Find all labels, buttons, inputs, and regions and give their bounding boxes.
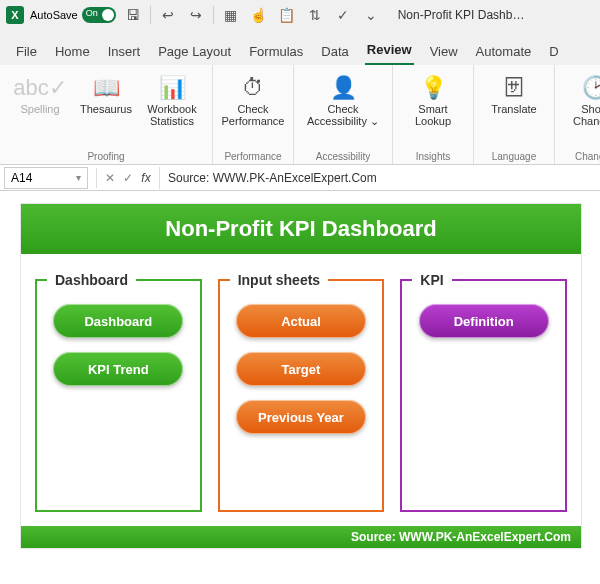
excel-logo-icon: X — [6, 6, 24, 24]
nav-kpi-trend-button[interactable]: KPI Trend — [53, 352, 183, 386]
tab-review[interactable]: Review — [365, 38, 414, 65]
paste-icon[interactable]: 📋 — [276, 4, 298, 26]
translate-icon: 🈂 — [503, 73, 525, 103]
formula-content[interactable]: Source: WWW.PK-AnExcelExpert.Com — [159, 167, 600, 189]
tab-automate[interactable]: Automate — [474, 40, 534, 65]
group-name-insights: Insights — [403, 149, 463, 162]
tab-data[interactable]: Data — [319, 40, 350, 65]
check-accessibility-button[interactable]: 👤 Check Accessibility ⌄ — [304, 71, 382, 127]
abc-icon: abc✓ — [13, 73, 66, 103]
group-proofing: abc✓ Spelling 📖 Thesaurus 📊 Workbook Sta… — [0, 65, 213, 164]
tab-formulas[interactable]: Formulas — [247, 40, 305, 65]
thesaurus-button[interactable]: 📖 Thesaurus — [76, 71, 136, 115]
autosave-toggle[interactable]: AutoSave On — [30, 7, 116, 23]
card-legend: KPI — [412, 272, 451, 288]
tab-file[interactable]: File — [14, 40, 39, 65]
group-name-accessibility: Accessibility — [304, 149, 382, 162]
workbook-statistics-button[interactable]: 📊 Workbook Statistics — [142, 71, 202, 127]
group-accessibility: 👤 Check Accessibility ⌄ Accessibility — [294, 65, 393, 164]
nav-target-button[interactable]: Target — [236, 352, 366, 386]
tab-page-layout[interactable]: Page Layout — [156, 40, 233, 65]
group-performance: ⏱ Check Performance Performance — [213, 65, 294, 164]
cancel-icon[interactable]: ✕ — [101, 171, 119, 185]
autosave-label: AutoSave — [30, 9, 78, 21]
ribbon-tabs: File Home Insert Page Layout Formulas Da… — [0, 30, 600, 65]
spelling-button: abc✓ Spelling — [10, 71, 70, 115]
nav-definition-button[interactable]: Definition — [419, 304, 549, 338]
title-bar: X AutoSave On 🖫 ↩ ↪ ▦ ☝ 📋 ⇅ ✓ ⌄ Non-Prof… — [0, 0, 600, 30]
worksheet-area[interactable]: Non-Profit KPI Dashboard Dashboard Dashb… — [0, 191, 600, 584]
nav-previous-year-button[interactable]: Previous Year — [236, 400, 366, 434]
qat-separator — [150, 6, 151, 24]
card-dashboard: Dashboard Dashboard KPI Trend — [35, 272, 202, 512]
undo-icon[interactable]: ↩ — [157, 4, 179, 26]
dashboard-title: Non-Profit KPI Dashboard — [21, 204, 581, 254]
tab-truncated[interactable]: D — [547, 40, 560, 65]
tab-view[interactable]: View — [428, 40, 460, 65]
toggle-on-icon: On — [82, 7, 116, 23]
nav-dashboard-button[interactable]: Dashboard — [53, 304, 183, 338]
touch-mode-icon[interactable]: ☝ — [248, 4, 270, 26]
smart-lookup-button[interactable]: 💡 Smart Lookup — [403, 71, 463, 127]
translate-button[interactable]: 🈂 Translate — [484, 71, 544, 115]
person-icon: 👤 — [330, 73, 357, 103]
show-changes-button[interactable]: 🕑 Show Changes — [565, 71, 600, 127]
stats-icon: 📊 — [159, 73, 186, 103]
name-box[interactable]: A14 ▾ — [4, 167, 88, 189]
spellcheck-icon[interactable]: ✓ — [332, 4, 354, 26]
fx-icon[interactable]: fx — [137, 171, 155, 185]
clock-icon: 🕑 — [582, 73, 601, 103]
group-name-performance: Performance — [223, 149, 283, 162]
dashboard-panel: Non-Profit KPI Dashboard Dashboard Dashb… — [20, 203, 582, 549]
nav-actual-button[interactable]: Actual — [236, 304, 366, 338]
group-name-proofing: Proofing — [10, 149, 202, 162]
group-language: 🈂 Translate Language — [474, 65, 555, 164]
card-legend: Dashboard — [47, 272, 136, 288]
formula-bar: A14 ▾ ✕ ✓ fx Source: WWW.PK-AnExcelExper… — [0, 165, 600, 191]
gauge-icon: ⏱ — [242, 73, 264, 103]
card-kpi: KPI Definition — [400, 272, 567, 512]
lightbulb-icon: 💡 — [420, 73, 447, 103]
filename-label: Non-Profit KPI Dashb… — [398, 8, 525, 22]
borders-icon[interactable]: ▦ — [220, 4, 242, 26]
group-insights: 💡 Smart Lookup Insights — [393, 65, 474, 164]
qat-overflow-icon[interactable]: ⌄ — [360, 4, 382, 26]
sort-icon[interactable]: ⇅ — [304, 4, 326, 26]
group-name-changes: Changes — [565, 149, 600, 162]
chevron-down-icon[interactable]: ▾ — [76, 172, 81, 183]
ribbon: abc✓ Spelling 📖 Thesaurus 📊 Workbook Sta… — [0, 65, 600, 165]
group-name-language: Language — [484, 149, 544, 162]
check-performance-button[interactable]: ⏱ Check Performance — [223, 71, 283, 127]
book-icon: 📖 — [93, 73, 120, 103]
qat-separator — [213, 6, 214, 24]
source-strip: Source: WWW.PK-AnExcelExpert.Com — [21, 526, 581, 548]
tab-home[interactable]: Home — [53, 40, 92, 65]
group-changes: 🕑 Show Changes Changes — [555, 65, 600, 164]
tab-insert[interactable]: Insert — [106, 40, 143, 65]
card-input-sheets: Input sheets Actual Target Previous Year — [218, 272, 385, 512]
enter-icon[interactable]: ✓ — [119, 171, 137, 185]
redo-icon[interactable]: ↪ — [185, 4, 207, 26]
save-icon[interactable]: 🖫 — [122, 4, 144, 26]
name-box-value: A14 — [11, 171, 32, 185]
card-legend: Input sheets — [230, 272, 328, 288]
